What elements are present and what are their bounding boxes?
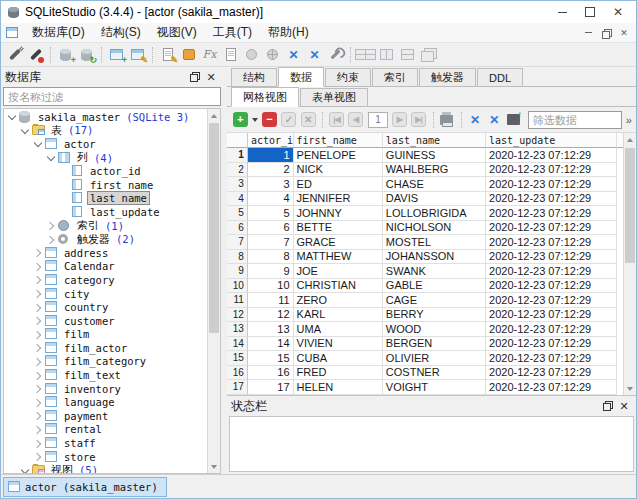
cell-last-update[interactable]: 2020-12-23 07:12:29 [486,235,617,250]
chevron-down-icon[interactable] [34,140,41,147]
row-number[interactable]: 4 [227,192,248,207]
page-number-box[interactable]: 1 [368,112,388,128]
column-header-last_name[interactable]: last_name [383,133,486,148]
first-page-icon[interactable]: |◀ [327,110,345,129]
tree-item-表[interactable]: 表(17) [4,124,207,138]
cell-actor-id[interactable]: 8 [248,250,294,265]
tab-约束[interactable]: 约束 [325,68,371,86]
cell-first-name[interactable]: JOHNNY [294,206,383,221]
menu-help[interactable]: 帮助(H) [260,22,317,43]
cell-actor-id[interactable]: 10 [248,279,294,294]
tree-item-actor_id[interactable]: actor_id [4,164,207,178]
cell-last-name[interactable]: MOSTEL [383,235,486,250]
chevron-right-icon[interactable] [47,236,54,243]
tree-item-last_update[interactable]: last_update [4,205,207,219]
cell-first-name[interactable]: JOE [294,264,383,279]
export-results-icon[interactable] [505,110,523,129]
edit-database-icon[interactable]: ↻ [76,45,97,65]
cell-actor-id[interactable]: 11 [248,293,294,308]
chevron-right-icon[interactable] [34,290,41,297]
fit-columns-icon[interactable]: ✕ [466,110,484,129]
ddl-history-icon[interactable] [220,45,241,65]
new-sql-editor-icon[interactable]: + [106,45,127,65]
row-number[interactable]: 17 [227,380,248,395]
cell-actor-id[interactable]: 1 [248,148,294,163]
cell-last-name[interactable]: NICHOLSON [383,221,486,236]
row-number[interactable]: 14 [227,337,248,352]
print-icon[interactable] [438,110,456,129]
functions-icon[interactable]: Fx [199,45,220,65]
cell-first-name[interactable]: BETTE [294,221,383,236]
disconnect-icon[interactable] [25,45,46,65]
taskbar-tab-actor[interactable]: actor (sakila_master) [3,477,167,497]
tree-item-customer[interactable]: customer [4,314,207,328]
tile-vertically-icon[interactable] [376,45,397,65]
cell-actor-id[interactable]: 12 [248,308,294,323]
chevron-right-icon[interactable] [34,453,41,460]
cell-last-update[interactable]: 2020-12-23 07:12:29 [486,293,617,308]
cell-first-name[interactable]: ED [294,177,383,192]
chevron-down-icon[interactable] [21,127,28,134]
cell-last-update[interactable]: 2020-12-23 07:12:29 [486,221,617,236]
cell-first-name[interactable]: CHRISTIAN [294,279,383,294]
cell-last-name[interactable]: VOIGHT [383,380,486,395]
tab-索引[interactable]: 索引 [372,68,418,86]
row-number[interactable]: 15 [227,351,248,366]
import-data-icon[interactable] [178,45,199,65]
chevron-right-icon[interactable] [34,304,41,311]
chevron-right-icon[interactable] [34,440,41,447]
tab-数据[interactable]: 数据 [278,67,324,87]
mdi-minimize-button[interactable] [579,26,597,40]
fit-window-height-icon[interactable]: ✕ [304,45,325,65]
tree-item-film_text[interactable]: film_text [4,368,207,382]
row-number[interactable]: 10 [227,279,248,294]
chevron-right-icon[interactable] [34,426,41,433]
cell-last-update[interactable]: 2020-12-23 07:12:29 [486,366,617,381]
chevron-right-icon[interactable] [34,331,41,338]
cell-last-name[interactable]: COSTNER [383,366,486,381]
next-page-icon[interactable]: ▶ [390,110,408,129]
cell-last-update[interactable]: 2020-12-23 07:12:29 [486,264,617,279]
cell-last-update[interactable]: 2020-12-23 07:12:29 [486,163,617,178]
grid-filter-input[interactable] [528,111,622,129]
add-database-icon[interactable]: + [55,45,76,65]
cell-actor-id[interactable]: 4 [248,192,294,207]
tile-windows-icon[interactable] [355,45,376,65]
row-number[interactable]: 2 [227,163,248,178]
row-number[interactable]: 16 [227,366,248,381]
tab-触发器[interactable]: 触发器 [419,68,476,86]
row-number[interactable]: 3 [227,177,248,192]
cell-first-name[interactable]: GRACE [294,235,383,250]
panel-close-button[interactable]: ✕ [616,399,632,413]
open-sql-editor-icon[interactable]: ✎ [157,45,178,65]
rollback-icon[interactable]: ✕ [299,110,317,129]
cell-first-name[interactable]: CUBA [294,351,383,366]
cell-actor-id[interactable]: 9 [248,264,294,279]
cell-last-name[interactable]: WAHLBERG [383,163,486,178]
cell-last-name[interactable]: GUINESS [383,148,486,163]
scroll-down-icon[interactable] [624,382,636,395]
menu-tools[interactable]: 工具(T) [205,22,260,43]
tab-结构[interactable]: 结构 [231,68,277,86]
chevron-right-icon[interactable] [34,249,41,256]
mdi-restore-button[interactable] [597,26,615,40]
menu-view[interactable]: 视图(V) [149,22,205,43]
mdi-close-button[interactable]: ✕ [615,26,633,40]
extensions-icon[interactable] [262,45,283,65]
tree-item-country[interactable]: country [4,300,207,314]
cell-actor-id[interactable]: 14 [248,337,294,352]
cell-actor-id[interactable]: 2 [248,163,294,178]
scroll-down-icon[interactable] [208,460,220,473]
cell-last-update[interactable]: 2020-12-23 07:12:29 [486,308,617,323]
scroll-up-icon[interactable] [624,133,636,146]
panel-float-button[interactable] [600,399,616,413]
cell-first-name[interactable]: KARL [294,308,383,323]
tree-filter-input[interactable] [3,87,221,106]
cell-last-update[interactable]: 2020-12-23 07:12:29 [486,148,617,163]
row-number[interactable]: 1 [227,148,248,163]
row-number[interactable]: 6 [227,221,248,236]
chevron-right-icon[interactable] [34,399,41,406]
minimize-button[interactable] [548,3,576,21]
last-page-icon[interactable]: ▶| [409,110,427,129]
close-button[interactable]: ✕ [604,3,632,21]
